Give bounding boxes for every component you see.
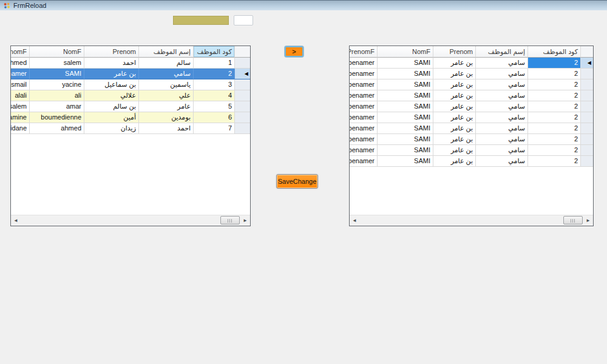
row-header[interactable] <box>235 123 250 134</box>
small-textbox[interactable] <box>234 15 253 25</box>
cell-nomf[interactable]: SAMI <box>378 58 433 69</box>
cell-name_ar[interactable]: سامي <box>476 69 528 79</box>
cell-nomf[interactable]: SAMI <box>378 79 433 90</box>
cell-prenomf[interactable]: bensmail <box>11 79 30 90</box>
cell-prenom[interactable]: علالي <box>84 90 139 101</box>
horizontal-scrollbar[interactable]: ◄ ► <box>11 215 250 226</box>
cell-name_ar[interactable]: احمد <box>139 123 194 134</box>
cell-code[interactable]: 2 <box>528 101 581 112</box>
cell-prenomf[interactable]: benamer <box>350 90 378 101</box>
cell-nomf[interactable]: SAMI <box>378 101 433 112</box>
cell-code[interactable]: 4 <box>194 90 235 101</box>
cell-code[interactable]: 2 <box>528 112 581 123</box>
row-header[interactable] <box>581 123 593 134</box>
cell-prenomf[interactable]: amine <box>11 112 30 123</box>
cell-name_ar[interactable]: سالم <box>139 58 194 69</box>
cell-prenom[interactable]: بن عامر <box>433 90 476 101</box>
cell-prenomf[interactable]: benamer <box>350 145 378 156</box>
cell-prenom[interactable]: بن سالم <box>84 101 139 112</box>
cell-code[interactable]: 2 <box>528 134 581 145</box>
horizontal-scrollbar[interactable]: ◄ ► <box>350 215 593 226</box>
cell-prenom[interactable]: بن عامر <box>433 156 476 167</box>
scroll-thumb[interactable] <box>563 216 583 224</box>
cell-name_ar[interactable]: سامي <box>476 134 528 145</box>
column-header-prenom[interactable]: Prenom <box>84 46 139 58</box>
cell-nomf[interactable]: amar <box>30 101 84 112</box>
cell-nomf[interactable]: SAMI <box>378 156 433 167</box>
cell-name_ar[interactable]: بومدين <box>139 112 194 123</box>
cell-prenomf[interactable]: benamer <box>11 69 30 79</box>
column-header-nomf[interactable]: NomF <box>378 46 433 58</box>
column-header-nomf[interactable]: NomF <box>30 46 84 58</box>
column-header-prenomf[interactable]: PrenomF <box>11 46 30 58</box>
khaki-filled-textbox[interactable] <box>173 16 229 25</box>
cell-prenom[interactable]: بن عامر <box>433 69 476 79</box>
cell-code[interactable]: 5 <box>194 101 235 112</box>
column-header-name_ar[interactable]: إسم الموظف <box>139 46 194 58</box>
cell-name_ar[interactable]: سامي <box>476 90 528 101</box>
row-header[interactable] <box>235 90 250 101</box>
cell-nomf[interactable]: SAMI <box>378 123 433 134</box>
row-header[interactable] <box>581 69 593 79</box>
cell-prenomf[interactable]: benamer <box>350 134 378 145</box>
cell-code[interactable]: 2 <box>528 79 581 90</box>
row-header[interactable]: ◀ <box>581 58 593 69</box>
transfer-row-button[interactable]: > <box>285 46 304 57</box>
cell-code[interactable]: 2 <box>528 69 581 79</box>
cell-prenom[interactable]: بن عامر <box>433 145 476 156</box>
cell-prenomf[interactable]: benamer <box>350 112 378 123</box>
cell-name_ar[interactable]: سامي <box>476 58 528 69</box>
cell-nomf[interactable]: ahmed <box>30 123 84 134</box>
cell-prenomf[interactable]: alali <box>11 90 30 101</box>
cell-prenom[interactable]: بن عامر <box>433 58 476 69</box>
cell-prenom[interactable]: زيدان <box>84 123 139 134</box>
cell-code[interactable]: 2 <box>194 69 235 79</box>
cell-name_ar[interactable]: سامي <box>139 69 194 79</box>
cell-prenom[interactable]: أمين <box>84 112 139 123</box>
cell-prenomf[interactable]: Zidane <box>11 123 30 134</box>
cell-nomf[interactable]: salem <box>30 58 84 69</box>
cell-prenom[interactable]: احمد <box>84 58 139 69</box>
scroll-right-arrow-icon[interactable]: ► <box>583 215 593 225</box>
row-header[interactable] <box>581 79 593 90</box>
column-header-name_ar[interactable]: إسم الموظف <box>476 46 528 58</box>
cell-nomf[interactable]: ali <box>30 90 84 101</box>
cell-prenomf[interactable]: benamer <box>350 101 378 112</box>
cell-nomf[interactable]: SAMI <box>30 69 84 79</box>
row-header[interactable] <box>235 58 250 69</box>
scroll-right-arrow-icon[interactable]: ► <box>240 215 250 225</box>
cell-code[interactable]: 2 <box>528 156 581 167</box>
cell-code[interactable]: 1 <box>194 58 235 69</box>
cell-code[interactable]: 2 <box>528 145 581 156</box>
scroll-thumb[interactable] <box>220 216 240 224</box>
cell-nomf[interactable]: SAMI <box>378 90 433 101</box>
cell-code[interactable]: 2 <box>528 58 581 69</box>
row-header[interactable] <box>581 145 593 156</box>
cell-name_ar[interactable]: سامي <box>476 79 528 90</box>
cell-prenom[interactable]: بن عامر <box>84 69 139 79</box>
cell-code[interactable]: 2 <box>528 90 581 101</box>
cell-prenom[interactable]: بن عامر <box>433 101 476 112</box>
row-header[interactable] <box>235 112 250 123</box>
cell-prenomf[interactable]: benamer <box>350 79 378 90</box>
cell-prenomf[interactable]: bensalem <box>11 101 30 112</box>
cell-name_ar[interactable]: سامي <box>476 145 528 156</box>
column-header-prenom[interactable]: Prenom <box>433 46 476 58</box>
cell-nomf[interactable]: SAMI <box>378 134 433 145</box>
row-header[interactable] <box>235 101 250 112</box>
cell-code[interactable]: 3 <box>194 79 235 90</box>
cell-name_ar[interactable]: سامي <box>476 112 528 123</box>
cell-nomf[interactable]: SAMI <box>378 69 433 79</box>
cell-nomf[interactable]: SAMI <box>378 112 433 123</box>
title-bar[interactable]: FrmReload <box>0 0 607 10</box>
cell-nomf[interactable]: SAMI <box>378 145 433 156</box>
cell-name_ar[interactable]: سامي <box>476 123 528 134</box>
cell-name_ar[interactable]: عامر <box>139 101 194 112</box>
cell-name_ar[interactable]: علي <box>139 90 194 101</box>
cell-prenomf[interactable]: benamer <box>350 156 378 167</box>
cell-code[interactable]: 6 <box>194 112 235 123</box>
save-change-button[interactable]: SaveChange <box>276 174 318 189</box>
cell-name_ar[interactable]: سامي <box>476 156 528 167</box>
row-header[interactable] <box>581 112 593 123</box>
scroll-left-arrow-icon[interactable]: ◄ <box>350 215 359 225</box>
